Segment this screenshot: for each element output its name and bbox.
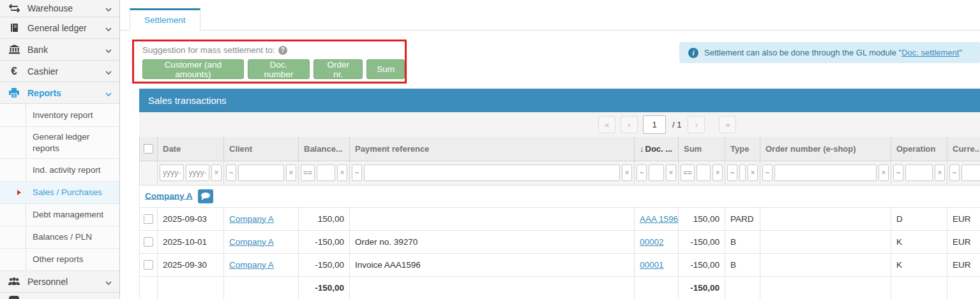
clear-filter-button[interactable]: × xyxy=(622,164,632,181)
pagination-page-input[interactable] xyxy=(643,115,666,134)
sidebar-item-personnel[interactable]: Personnel xyxy=(0,271,119,293)
clear-filter-button[interactable]: × xyxy=(666,164,676,181)
client-filter-input[interactable] xyxy=(238,164,284,181)
sidebar-item-label: Cashier xyxy=(27,66,98,77)
comment-bubble-tail xyxy=(202,198,205,200)
pagination-prev-button[interactable]: ‹ xyxy=(621,116,638,133)
tab-settlement[interactable]: Settlement xyxy=(130,8,200,31)
balance-filter-input[interactable] xyxy=(317,164,335,181)
column-header-operation[interactable]: Operation xyxy=(891,137,947,161)
client-link[interactable]: Company A xyxy=(229,237,274,247)
doc-settlement-link[interactable]: Doc. settlement xyxy=(901,48,959,57)
cell-date: 2025-09-03 xyxy=(158,207,224,230)
sidebar-item-bank[interactable]: Bank xyxy=(0,39,119,61)
info-icon: i xyxy=(688,48,698,58)
order-nr-button[interactable]: Order nr. xyxy=(313,59,363,79)
column-header-date[interactable]: Date xyxy=(158,137,224,161)
mass-settlement-annotation-box: Suggestion for mass settlement to: ? Cus… xyxy=(132,40,407,84)
client-link[interactable]: Company A xyxy=(229,214,274,224)
sub-item-label: Other reports xyxy=(33,254,84,265)
column-header-client[interactable]: Client xyxy=(224,137,299,161)
active-item-marker xyxy=(17,190,21,195)
chevron-down-icon xyxy=(105,44,112,55)
cell-operation: K xyxy=(891,253,947,276)
pagination-next-button[interactable]: › xyxy=(688,116,705,133)
type-filter-input[interactable] xyxy=(739,164,746,181)
sidebar-item-cashier[interactable]: € Cashier xyxy=(0,61,119,82)
reports-submenu: Inventory report General ledger reports … xyxy=(0,104,119,271)
cell-sum: -150,00 xyxy=(679,253,725,276)
cell-balance: -150,00 xyxy=(299,253,350,276)
total-balance: -150,00 xyxy=(299,276,350,299)
sidebar-item-label: Bank xyxy=(27,45,98,55)
clear-filter-button[interactable]: × xyxy=(211,164,222,181)
column-header-sum[interactable]: Sum xyxy=(679,137,725,161)
payment-reference-filter-input[interactable] xyxy=(364,164,620,181)
clear-filter-button[interactable]: × xyxy=(748,164,758,181)
currency-filter-input[interactable] xyxy=(961,164,980,181)
pagination-last-button[interactable]: » xyxy=(719,116,736,133)
row-checkbox[interactable] xyxy=(144,237,153,247)
column-header-payment-reference[interactable]: Payment reference xyxy=(350,137,635,161)
contains-operator: ~ xyxy=(949,164,960,181)
row-checkbox[interactable] xyxy=(144,260,153,270)
sidebar-item-debt-management[interactable]: Debt management xyxy=(0,204,119,226)
pagination-first-button[interactable]: « xyxy=(598,116,615,133)
clear-filter-button[interactable]: × xyxy=(878,164,889,181)
sidebar-item-partial[interactable] xyxy=(0,293,119,299)
info-text-before: Settlement can also be done through the … xyxy=(704,48,901,57)
order-number-filter-input[interactable] xyxy=(774,164,877,181)
sidebar-item-ind-activity-report[interactable]: Ind. activity report xyxy=(0,159,119,182)
help-icon[interactable]: ? xyxy=(278,46,287,55)
doc-link[interactable]: AAA 1596 xyxy=(640,214,678,224)
cell-doc: 00002 xyxy=(635,230,679,253)
clear-filter-button[interactable]: × xyxy=(935,164,945,181)
sidebar-item-label: General ledger xyxy=(27,23,98,33)
column-header-doc[interactable]: ↓Doc. ... xyxy=(635,137,679,161)
date-from-filter-input[interactable] xyxy=(160,164,184,181)
doc-link[interactable]: 00002 xyxy=(640,237,664,247)
cell-client: Company A xyxy=(224,207,299,230)
column-header-type[interactable]: Type xyxy=(725,137,760,161)
main-content: Settlement Suggestion for mass settlemen… xyxy=(121,0,980,299)
row-checkbox[interactable] xyxy=(144,214,153,224)
select-all-checkbox[interactable] xyxy=(144,144,153,154)
sum-button[interactable]: Sum xyxy=(366,59,405,79)
euro-icon: € xyxy=(8,65,20,78)
printer-icon xyxy=(8,88,20,98)
column-header-balance[interactable]: Balance... xyxy=(299,137,350,161)
client-link[interactable]: Company A xyxy=(229,260,274,270)
doc-filter-input[interactable] xyxy=(649,164,664,181)
comment-icon[interactable] xyxy=(198,189,213,203)
cell-balance: -150,00 xyxy=(299,230,350,253)
clear-filter-button[interactable]: × xyxy=(712,164,723,181)
sub-item-label: Balances / PLN xyxy=(33,231,92,243)
operation-filter-input[interactable] xyxy=(905,164,933,181)
doc-link[interactable]: 00001 xyxy=(640,260,664,270)
sidebar-item-other-reports[interactable]: Other reports xyxy=(0,249,119,271)
doc-number-button[interactable]: Doc. number xyxy=(248,59,310,79)
cell-operation: K xyxy=(891,230,947,253)
clear-filter-button[interactable]: × xyxy=(286,164,296,181)
sidebar-item-general-ledger[interactable]: General ledger xyxy=(0,17,119,39)
client-group-link[interactable]: Company A xyxy=(145,191,193,200)
mass-settlement-label-text: Suggestion for mass settlement to: xyxy=(142,45,275,55)
sidebar-item-reports[interactable]: Reports xyxy=(0,82,119,104)
cell-sum: -150,00 xyxy=(679,230,725,253)
sum-filter-input[interactable] xyxy=(697,164,711,181)
sales-transactions-panel: Sales transactions « ‹ / 1 › » Date Clie… xyxy=(139,89,980,299)
customer-and-amounts-button[interactable]: Customer (and amounts) xyxy=(142,59,244,79)
cell-type: B xyxy=(725,253,760,276)
date-to-filter-input[interactable] xyxy=(186,164,210,181)
sidebar-item-sales-purchases[interactable]: Sales / Purchases xyxy=(0,182,119,204)
pagination-bar: « ‹ / 1 › » xyxy=(139,112,980,137)
sidebar-item-warehouse[interactable]: Warehouse xyxy=(0,0,119,17)
clear-filter-button[interactable]: × xyxy=(337,164,347,181)
sidebar-item-inventory-report[interactable]: Inventory report xyxy=(0,104,119,127)
sidebar-item-general-ledger-reports[interactable]: General ledger reports xyxy=(0,127,119,159)
column-header-currency[interactable]: Curre.. xyxy=(947,137,980,161)
column-header-order-number[interactable]: Order number (e-shop) xyxy=(760,137,891,161)
bank-icon xyxy=(8,45,20,54)
sidebar-item-balances-pln[interactable]: Balances / PLN xyxy=(0,226,119,249)
cell-order-number xyxy=(760,207,891,230)
